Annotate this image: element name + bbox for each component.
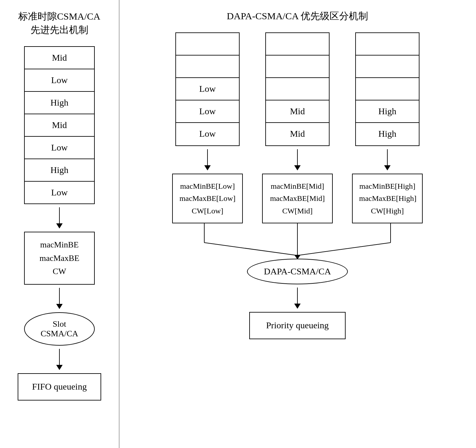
slot-csma-ellipse: Slot CSMA/CA [24,312,95,346]
high-blank-1 [356,33,419,56]
high-blank-3 [356,78,419,100]
low-item-3: Low [176,123,239,145]
left-section: 标准时隙CSMA/CA 先进先出机制 Mid Low High Mid Low … [0,0,119,448]
svg-marker-6 [294,255,301,259]
low-column: Low Low Low macMinBE[Low]macMaxBE[Low]CW… [172,32,243,223]
dapa-csma-ellipse: DAPA-CSMA/CA [247,259,348,284]
params-box: macMinBEmacMaxBECW [24,232,95,285]
fifo-box: FIFO queueing [18,373,101,401]
arrow-low-queue-to-params [204,149,211,170]
high-blank-2 [356,56,419,78]
mid-blank-3 [266,78,329,100]
low-item-1: Low [176,78,239,100]
queue-item: Low [25,137,94,159]
low-blank-1 [176,33,239,56]
high-item-1: High [356,100,419,123]
mid-item-2: Mid [266,123,329,145]
arrow-mid-queue-to-params [294,149,301,170]
high-column: High High macMinBE[High]macMaxBE[High]CW… [352,32,423,223]
left-queue-stack: Mid Low High Mid Low High Low [24,46,95,204]
mid-params-box: macMinBE[Mid]macMaxBE[Mid]CW[Mid] [262,174,333,223]
queue-item: Low [25,69,94,92]
section-divider [119,0,119,448]
high-item-2: High [356,123,419,145]
arrow-high-queue-to-params [384,149,391,170]
queue-item: Mid [25,47,94,69]
mid-column: Mid Mid macMinBE[Mid]macMaxBE[Mid]CW[Mid… [262,32,333,223]
low-item-2: Low [176,100,239,123]
right-columns: Low Low Low macMinBE[Low]macMaxBE[Low]CW… [172,32,423,223]
queue-item: High [25,159,94,182]
right-section: DAPA-CSMA/CA 优先级区分机制 Low Low Low macM [119,0,476,448]
arrow-dapa-to-priority [294,288,301,309]
converging-arrows-container [169,223,426,262]
low-queue: Low Low Low [175,32,240,146]
right-title: DAPA-CSMA/CA 优先级区分机制 [227,10,368,23]
queue-item: Mid [25,114,94,137]
mid-blank-1 [266,33,329,56]
priority-box: Priority queueing [249,312,346,339]
queue-item: Low [25,182,94,203]
mid-queue: Mid Mid [265,32,330,146]
svg-line-5 [297,243,391,255]
arrow-params-to-csma [56,288,63,309]
low-blank-2 [176,56,239,78]
arrow-queue-to-params [56,207,63,228]
left-title: 标准时隙CSMA/CA 先进先出机制 [18,10,100,37]
mid-blank-2 [266,56,329,78]
arrow-csma-to-fifo [56,349,63,370]
queue-item: High [25,92,94,114]
mid-item-1: Mid [266,100,329,123]
high-queue: High High [355,32,419,146]
low-params-box: macMinBE[Low]macMaxBE[Low]CW[Low] [172,174,243,223]
converging-arrows-svg [169,223,426,262]
high-params-box: macMinBE[High]macMaxBE[High]CW[High] [352,174,423,223]
svg-line-1 [204,243,297,255]
